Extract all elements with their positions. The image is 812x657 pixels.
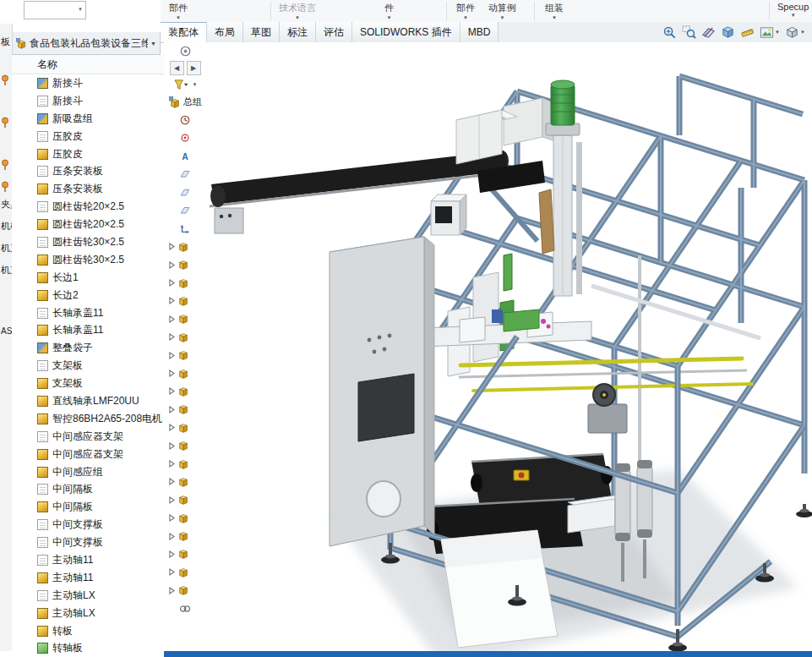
parts-list-item[interactable]: 主动轴LX [12, 587, 164, 605]
ribbon-button-fragment[interactable]: 组装▼ [545, 2, 564, 20]
commandmanager-tab[interactable]: MBD [460, 22, 499, 42]
expand-arrow-icon[interactable] [169, 297, 175, 304]
component-node[interactable] [164, 509, 206, 527]
frame-structure-rear[interactable] [390, 76, 804, 516]
mates-folder-node[interactable] [164, 600, 206, 617]
expand-arrow-icon[interactable] [169, 261, 175, 269]
pin-icon[interactable] [1, 159, 9, 171]
parts-list-item[interactable]: 整叠袋子 [12, 339, 164, 357]
expand-arrow-icon[interactable] [169, 514, 175, 522]
parts-list-item[interactable]: 转板 [12, 622, 164, 640]
filter-icon[interactable]: ▼ [164, 76, 206, 93]
commandmanager-tab[interactable]: 布局 [207, 22, 243, 42]
commandmanager-tab[interactable]: 标注 [280, 22, 316, 42]
zoom-area-icon[interactable] [682, 25, 696, 40]
tree-section-node[interactable]: A [164, 147, 206, 165]
gearbox-flange[interactable] [588, 384, 627, 433]
expand-arrow-icon[interactable] [169, 478, 175, 485]
parts-list-item[interactable]: 压条安装板 [12, 180, 164, 198]
expand-arrow-icon[interactable] [169, 387, 175, 395]
parts-list-item[interactable]: 压胶皮 [12, 128, 164, 145]
component-node[interactable] [164, 382, 206, 400]
parts-list-item[interactable]: 主动轴11 [12, 569, 164, 587]
parts-list-item[interactable]: 智控86BH2A65-208电机 [12, 410, 164, 428]
discharge-sheet[interactable] [441, 530, 558, 648]
component-node[interactable] [164, 473, 206, 490]
measure-icon[interactable] [740, 25, 755, 40]
component-node[interactable] [164, 256, 206, 274]
expand-arrow-icon[interactable] [169, 550, 175, 558]
parts-list-item[interactable]: 长边2 [12, 287, 164, 304]
tree-section-node[interactable] [164, 183, 206, 201]
tree-section-node[interactable] [164, 220, 206, 238]
component-node[interactable] [164, 292, 206, 309]
nav-forward-button[interactable]: ▶ [187, 61, 201, 75]
commandmanager-tab[interactable]: SOLIDWORKS 插件 [352, 22, 460, 42]
ribbon-button-fragment[interactable]: 部件▼ [456, 2, 475, 20]
tree-section-node[interactable] [164, 129, 206, 147]
parts-list-item[interactable]: 中间感应器支架 [12, 428, 164, 446]
parts-list-item[interactable]: 中间感应器支架 [12, 446, 164, 463]
tree-section-node[interactable] [164, 201, 206, 219]
parts-list-item[interactable]: 压条安装板 [12, 162, 164, 180]
apply-scene-icon[interactable]: ▼ [760, 25, 780, 40]
component-node[interactable] [164, 328, 206, 346]
parts-list-item[interactable]: 中间隔板 [12, 498, 164, 516]
parts-list-item[interactable]: 新接斗 [12, 74, 164, 92]
expand-arrow-icon[interactable] [169, 424, 175, 431]
component-node[interactable] [164, 545, 206, 563]
parts-list-item[interactable]: 中间支撑板 [12, 534, 164, 551]
expand-arrow-icon[interactable] [169, 370, 175, 377]
expand-arrow-icon[interactable] [169, 315, 175, 323]
parts-list-item[interactable]: 长轴承盖11 [12, 321, 164, 339]
graphics-viewport[interactable] [206, 42, 812, 651]
wood-strip[interactable] [539, 189, 554, 254]
ribbon-button-fragment[interactable]: 件▼ [384, 2, 394, 20]
display-style-icon[interactable]: ▼ [785, 25, 805, 40]
top-conveyor[interactable] [210, 151, 537, 241]
pin-icon[interactable] [1, 181, 9, 193]
expand-arrow-icon[interactable] [169, 406, 175, 413]
expand-arrow-icon[interactable] [169, 279, 175, 287]
component-node[interactable] [164, 491, 206, 509]
parts-list-item[interactable]: 圆柱齿轮20×2.5 [12, 198, 164, 216]
component-node[interactable] [164, 238, 206, 255]
parts-list-item[interactable]: 支架板 [12, 375, 164, 392]
parts-list-item[interactable]: 中间感应组 [12, 463, 164, 481]
tree-section-node[interactable] [164, 111, 206, 129]
expand-arrow-icon[interactable] [169, 460, 175, 468]
tree-section-node[interactable] [164, 166, 206, 183]
component-node[interactable] [164, 310, 206, 328]
section-view-icon[interactable] [701, 25, 716, 40]
component-node[interactable] [164, 563, 206, 581]
component-node[interactable] [164, 364, 206, 382]
component-node[interactable] [164, 274, 206, 292]
chevron-down-icon[interactable]: ▼ [150, 41, 156, 47]
component-node[interactable] [164, 582, 206, 600]
component-node[interactable] [164, 346, 206, 364]
expand-arrow-icon[interactable] [169, 533, 175, 540]
zoom-fit-icon[interactable] [662, 25, 677, 40]
ribbon-button-fragment[interactable]: 动算例▼ [488, 2, 516, 20]
expand-arrow-icon[interactable] [169, 243, 175, 250]
parts-list-item[interactable]: 压胶皮 [12, 145, 164, 163]
commandmanager-tab[interactable]: 评估 [316, 22, 352, 42]
parts-list-item[interactable]: 新接斗 [12, 92, 164, 110]
ribbon-button-fragment[interactable]: 技术语言▼ [279, 2, 316, 20]
parts-list-item[interactable]: 中间隔板 [12, 480, 164, 498]
parts-list-item[interactable]: 圆柱齿轮20×2.5 [12, 216, 164, 233]
parts-list-item[interactable]: 支架板 [12, 357, 164, 375]
parts-list-item[interactable]: 主动轴11 [12, 551, 164, 569]
pin-icon[interactable] [1, 74, 9, 86]
commandmanager-tab[interactable]: 装配体 [161, 22, 207, 42]
component-node[interactable] [164, 455, 206, 473]
parts-list-item[interactable]: 圆柱齿轮30×2.5 [12, 251, 164, 269]
commandmanager-tab[interactable]: 草图 [243, 22, 280, 42]
expand-arrow-icon[interactable] [169, 442, 175, 450]
sensor-box[interactable] [431, 194, 466, 235]
assembly-root-node[interactable]: 总组 [164, 93, 206, 111]
expand-arrow-icon[interactable] [169, 496, 175, 504]
parts-list-item[interactable]: 长轴承盖11 [12, 304, 164, 322]
pin-icon[interactable] [1, 117, 9, 129]
feature-tree-document-tab[interactable]: 食品包装礼品包装设备三维套图 ▼ [12, 32, 161, 55]
